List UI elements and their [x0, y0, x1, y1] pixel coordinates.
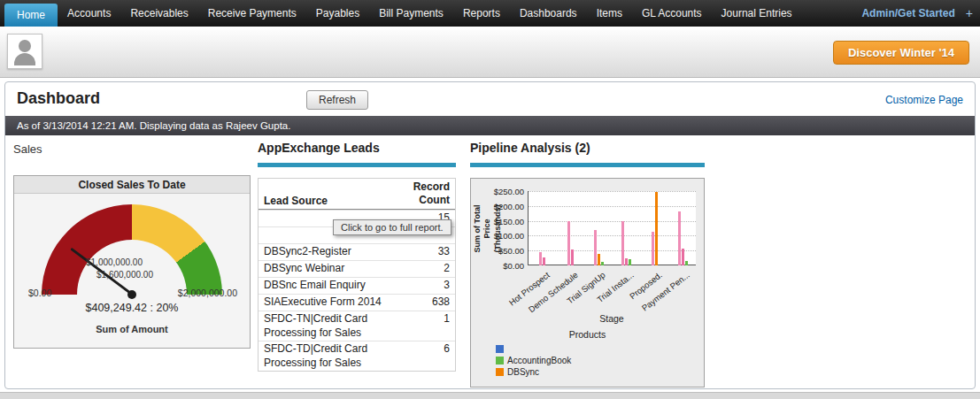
tab-reports[interactable]: Reports: [453, 0, 510, 27]
pipeline-bar-chart[interactable]: Sum of Total Price (Thousands) $250.00 $…: [470, 178, 705, 387]
tab-home[interactable]: Home: [4, 4, 58, 27]
bar: [685, 261, 688, 265]
gauge-max-label: $2,000,000.00: [178, 288, 237, 298]
table-row[interactable]: SIAExecutive Form 2014 638: [259, 294, 455, 311]
tab-bill-payments[interactable]: Bill Payments: [369, 0, 453, 27]
gridline: [529, 250, 696, 251]
bar: [629, 259, 631, 265]
leads-section-heading: AppExchange Leads: [258, 141, 380, 155]
refresh-button[interactable]: Refresh: [306, 90, 368, 110]
x-axis-title: Stage: [528, 313, 696, 324]
tab-gl-accounts[interactable]: GL Accounts: [632, 0, 712, 27]
legend-label: AccountingBook: [507, 356, 571, 365]
legend-swatch: [496, 368, 504, 376]
chart-plot-area: [528, 191, 696, 265]
gauge-arc-area: $1,000,000.00 $1,600,000.00: [42, 204, 222, 295]
gridline: [529, 235, 696, 236]
gauge-min-label: $0.00: [28, 288, 51, 298]
legend-item: AccountingBook: [496, 355, 571, 366]
y-tick-label: $250.00: [490, 187, 524, 196]
bar: [655, 192, 658, 265]
y-tick-label: $200.00: [490, 202, 524, 211]
discover-winter-button[interactable]: Discover Winter '14: [833, 41, 969, 65]
add-tab-button[interactable]: +: [964, 0, 980, 27]
salesforce-app-window: Home Accounts Receivables Receive Paymen…: [0, 0, 980, 399]
bar: [682, 249, 684, 266]
y-tick-label: $150.00: [490, 217, 524, 226]
legend-swatch: [496, 357, 504, 364]
gauge-title: Closed Sales To Date: [14, 176, 250, 194]
closed-sales-gauge-component[interactable]: Closed Sales To Date $1,000,000.00 $1,60…: [13, 175, 251, 349]
bar: [598, 254, 600, 265]
tab-items[interactable]: Items: [587, 0, 632, 27]
table-row[interactable]: DBSnc Email Enquiry 3: [259, 277, 455, 294]
bar: [625, 258, 628, 265]
y-tick-label: $0.00: [490, 261, 524, 271]
bar: [594, 230, 597, 265]
bar: [571, 249, 574, 266]
y-tick-label: $100.00: [490, 231, 524, 241]
bar: [539, 252, 542, 265]
legend-item: [496, 343, 571, 355]
tab-dashboards[interactable]: Dashboards: [510, 0, 587, 27]
bar: [621, 221, 624, 265]
bar: [678, 211, 681, 265]
tab-receive-payments[interactable]: Receive Payments: [198, 0, 306, 27]
gauge-metric-label: Sum of Amount: [14, 324, 250, 334]
gauge-needle-hub: [127, 290, 136, 299]
bar: [601, 262, 604, 265]
col-lead-source: Lead Source: [259, 195, 407, 207]
dashboard-panel: Dashboard Refresh Customize Page As of 3…: [4, 81, 976, 389]
leads-table-header: Lead Source Record Count: [259, 179, 455, 210]
table-row[interactable]: DBSync2-Register 33: [259, 243, 455, 260]
gridline: [529, 206, 696, 207]
legend-title: Products: [471, 329, 704, 340]
gauge-breakpoint-2: $1,600,000.00: [96, 270, 153, 280]
pipeline-section-heading: Pipeline Analysis (2): [470, 141, 590, 155]
as-of-status-bar: As of 3/13/2014 12:21 AM. Displaying dat…: [5, 116, 975, 135]
user-header-bar: Discover Winter '14: [0, 27, 980, 78]
full-report-tooltip: Click to go to full report.: [333, 219, 451, 235]
legend-label: DBSync: [507, 367, 539, 377]
tab-accounts[interactable]: Accounts: [58, 0, 120, 27]
table-row[interactable]: SFDC-TD|Credit Card Processing for Sales…: [259, 341, 455, 371]
gridline: [529, 221, 696, 222]
page-title: Dashboard: [17, 89, 100, 108]
legend-swatch: [496, 345, 504, 353]
tab-payables[interactable]: Payables: [306, 0, 369, 27]
user-avatar[interactable]: [7, 34, 42, 69]
col-record-count: Record Count: [407, 180, 455, 207]
bottom-band: [0, 392, 980, 399]
gauge-body: $1,000,000.00 $1,600,000.00 $0.00 $2,000…: [14, 194, 250, 348]
admin-get-started-link[interactable]: Admin/Get Started: [853, 0, 963, 27]
tab-journal-entries[interactable]: Journal Entries: [712, 0, 802, 27]
bar: [567, 221, 570, 265]
customize-page-link[interactable]: Customize Page: [885, 94, 963, 106]
gridline: [529, 191, 696, 192]
person-icon: [19, 40, 31, 52]
dashboard-header: Dashboard Refresh Customize Page: [5, 82, 975, 116]
legend-item: DBSync: [496, 366, 571, 378]
person-icon-torso: [14, 53, 35, 65]
bar: [543, 257, 545, 265]
top-nav: Home Accounts Receivables Receive Paymen…: [0, 0, 980, 27]
y-tick-label: $50.00: [490, 246, 524, 256]
sales-section-heading: Sales: [13, 142, 42, 156]
table-row[interactable]: SFDC-TN|Credit Card Processing for Sales…: [259, 311, 455, 341]
table-row[interactable]: DBSync Webinar 2: [259, 260, 455, 277]
bar: [652, 232, 654, 265]
tab-receivables[interactable]: Receivables: [120, 0, 197, 27]
leads-heading-underline: [258, 163, 456, 167]
gauge-breakpoint-1: $1,000,000.00: [86, 257, 143, 267]
chart-legend: AccountingBook DBSync: [496, 343, 571, 378]
pipeline-heading-underline: [470, 163, 705, 167]
gauge-value-label: $409,249.42 : 20%: [14, 302, 250, 314]
dashboard-content: Sales Closed Sales To Date $1,000,000.00…: [5, 135, 975, 388]
leads-table[interactable]: Lead Source Record Count 15 DBSync2-Regi…: [258, 178, 456, 372]
